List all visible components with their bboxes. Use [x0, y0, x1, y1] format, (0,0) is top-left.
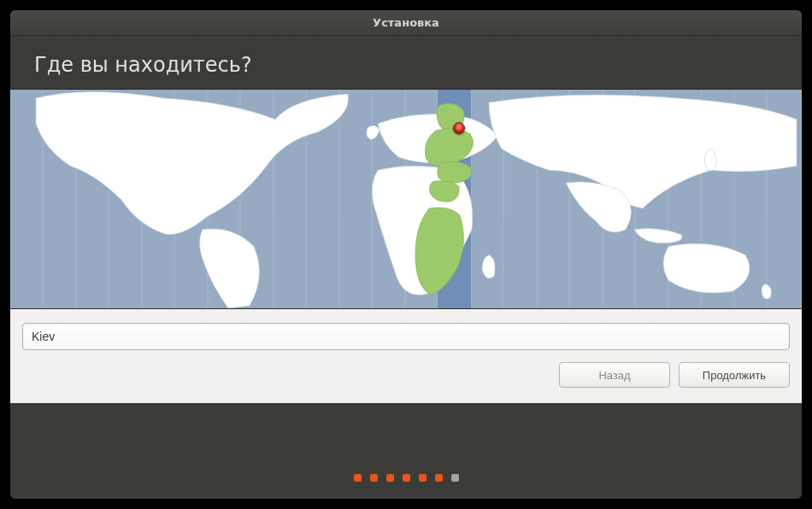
progress-dot [419, 474, 427, 482]
back-button[interactable]: Назад [559, 362, 670, 388]
progress-dot [354, 474, 362, 482]
titlebar: Установка [10, 10, 802, 36]
location-input[interactable] [22, 323, 790, 350]
progress-dot [451, 474, 459, 482]
buttons-row: Назад Продолжить [22, 362, 790, 388]
progress-dots [10, 456, 802, 499]
window-title: Установка [373, 16, 439, 29]
location-pin-icon [453, 122, 465, 134]
spacer [10, 403, 802, 456]
progress-dot [370, 474, 378, 482]
progress-dot [386, 474, 394, 482]
continue-button[interactable]: Продолжить [679, 362, 790, 388]
progress-dot [435, 474, 443, 482]
page-heading: Где вы находитесь? [34, 53, 778, 77]
lower-panel: Назад Продолжить [10, 309, 802, 403]
world-map-svg [10, 90, 802, 308]
timezone-map[interactable] [10, 89, 802, 309]
installer-window: Установка Где вы находитесь? [10, 10, 802, 499]
heading-area: Где вы находитесь? [10, 36, 802, 89]
city-input-wrap [22, 323, 790, 362]
progress-dot [403, 474, 410, 482]
